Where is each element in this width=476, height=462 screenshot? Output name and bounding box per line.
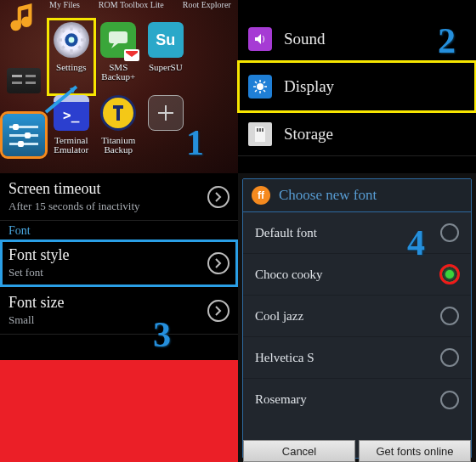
- dialog-choose-font: ff Choose new font Default font Choco co…: [242, 178, 472, 459]
- svg-rect-7: [77, 45, 82, 50]
- step-3-label: 3: [153, 314, 171, 355]
- titanium-icon: [100, 95, 136, 131]
- app-settings[interactable]: Settings: [48, 19, 95, 95]
- display-icon: [248, 75, 272, 99]
- app-label: Settings: [56, 63, 86, 72]
- svg-rect-15: [257, 128, 258, 132]
- svg-rect-8: [77, 28, 82, 33]
- svg-point-1: [68, 37, 74, 43]
- settings-storage[interactable]: Storage: [238, 112, 476, 156]
- svg-rect-17: [262, 128, 264, 132]
- terminal-icon: >_: [54, 95, 89, 131]
- font-rosemary[interactable]: Rosemary: [243, 379, 471, 420]
- font-helvetica[interactable]: Helvetica S: [243, 337, 471, 379]
- svg-rect-2: [70, 25, 72, 31]
- step-4-label: 4: [407, 223, 425, 263]
- panel-1-home: My Files ROM Toolbox Lite Root Explorer …: [0, 0, 238, 173]
- settings-label: Display: [284, 77, 334, 96]
- chevron-right-icon: [207, 300, 230, 322]
- settings-display[interactable]: Display: [238, 61, 476, 112]
- su-icon: Su: [148, 22, 184, 58]
- dialog-buttons: Cancel Get fonts online: [243, 440, 471, 462]
- chevron-right-icon: [207, 252, 230, 274]
- sound-icon: [248, 27, 272, 51]
- panel-3-display-settings: Screen timeoutAfter 15 seconds of inacti…: [0, 173, 238, 462]
- step-1-label: 1: [186, 122, 204, 163]
- app-label: SMS Backup+: [95, 63, 143, 82]
- font-icon: ff: [252, 186, 270, 205]
- row-screen-timeout[interactable]: Screen timeoutAfter 15 seconds of inacti…: [0, 173, 238, 221]
- app-supersu[interactable]: Su SuperSU: [142, 19, 190, 95]
- app-titanium[interactable]: Titanium Backup: [95, 95, 143, 172]
- svg-rect-4: [57, 38, 62, 41]
- app-label: Titanium Backup: [95, 136, 143, 155]
- settings-label: Storage: [284, 125, 333, 144]
- plus-icon: [148, 95, 184, 131]
- radio-icon: [440, 223, 459, 242]
- step-2-label: 2: [438, 20, 456, 61]
- radio-icon: [440, 391, 459, 409]
- app-label: Terminal Emulator: [48, 136, 95, 155]
- app-label: SuperSU: [149, 63, 183, 72]
- category-font: Font: [0, 221, 238, 239]
- svg-rect-9: [60, 45, 65, 50]
- storage-icon: [248, 122, 272, 146]
- chevron-right-icon: [207, 186, 230, 208]
- svg-point-14: [257, 83, 264, 90]
- red-area: [0, 360, 238, 462]
- row-font-style[interactable]: Font styleSet font: [0, 239, 238, 287]
- dialog-header: ff Choose new font: [243, 179, 471, 212]
- side-widgets: [0, 0, 46, 170]
- radio-icon: [440, 265, 459, 284]
- panel-4-font-dialog: ff Choose new font Default font Choco co…: [238, 173, 476, 462]
- svg-rect-6: [60, 28, 65, 33]
- font-choco[interactable]: Choco cooky: [243, 254, 471, 296]
- radio-icon: [440, 307, 459, 325]
- cancel-button[interactable]: Cancel: [243, 440, 355, 462]
- font-default[interactable]: Default font: [243, 212, 471, 254]
- gear-icon: [54, 22, 89, 58]
- sms-icon: [100, 22, 136, 58]
- settings-label: Sound: [284, 30, 326, 48]
- radio-icon: [440, 348, 459, 367]
- play-music-icon[interactable]: [5, 2, 41, 37]
- svg-rect-10: [109, 31, 128, 43]
- app-terminal[interactable]: >_ Terminal Emulator: [48, 95, 95, 172]
- svg-rect-3: [70, 49, 72, 54]
- get-fonts-online-button[interactable]: Get fonts online: [359, 440, 471, 462]
- svg-rect-13: [116, 105, 120, 121]
- svg-rect-5: [81, 38, 86, 41]
- row-font-size[interactable]: Font sizeSmall: [0, 287, 238, 335]
- calculator-widget[interactable]: [7, 68, 41, 93]
- panel-2-settings: Sound Display Storage 2: [238, 0, 476, 173]
- app-smsbackup[interactable]: SMS Backup+: [95, 19, 143, 95]
- svg-rect-16: [259, 128, 261, 132]
- font-cooljazz[interactable]: Cool jazz: [243, 296, 471, 337]
- equalizer-widget[interactable]: [3, 114, 45, 156]
- dialog-title: Choose new font: [279, 187, 377, 204]
- app-add[interactable]: [142, 95, 190, 172]
